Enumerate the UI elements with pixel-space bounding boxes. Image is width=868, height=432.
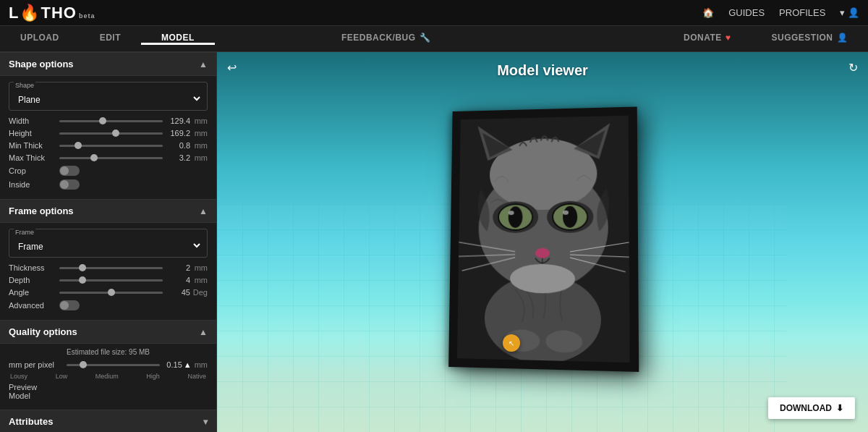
width-label: Width — [9, 117, 59, 125]
quality-level-labels: Lousy Low Medium High Native — [9, 373, 208, 380]
cat-image — [457, 115, 630, 362]
cat-svg — [457, 115, 630, 362]
heart-icon: ♥ — [726, 33, 731, 43]
frame-options-header[interactable]: Frame options ▲ — [0, 199, 216, 223]
download-button[interactable]: DOWNLOAD ⬇ — [768, 397, 855, 419]
frame-depth-slider[interactable] — [59, 279, 163, 281]
shape-options-content: Shape Plane Curved Round Keychain Width … — [0, 76, 216, 199]
frame-select-group: Frame Frame None Thin Thick — [9, 229, 208, 258]
tab-donate[interactable]: DONATE ♥ — [663, 33, 751, 45]
tab-feedback[interactable]: FEEDBACK/BUG 🔧 — [321, 33, 451, 45]
crop-row: Crop — [9, 166, 208, 176]
back-icon[interactable]: ↩ — [227, 61, 237, 75]
frame-angle-value: 45 — [163, 288, 190, 297]
quality-options-title: Quality options — [9, 326, 77, 337]
frame-depth-row: Depth 4 mm — [9, 276, 208, 284]
attributes-title: Attributes — [9, 416, 53, 427]
frame-thickness-slider[interactable] — [59, 267, 163, 269]
donate-label: DONATE — [684, 33, 722, 43]
frame-thickness-label: Thickness — [9, 263, 59, 272]
attributes-chevron: ▾ — [203, 417, 208, 427]
width-row: Width 129.4 mm — [9, 117, 208, 125]
logo-text-tho: THO — [41, 4, 76, 22]
quality-options-chevron: ▲ — [199, 327, 208, 337]
tab-bar: UPLOAD EDIT MODEL FEEDBACK/BUG 🔧 DONATE … — [0, 26, 868, 52]
shape-field-label: Shape — [14, 82, 35, 89]
advanced-row: Advanced — [9, 300, 208, 310]
feedback-label: FEEDBACK/BUG — [341, 33, 416, 43]
guides-label: GUIDES — [728, 7, 765, 18]
mpp-slider[interactable] — [67, 364, 160, 366]
attributes-header[interactable]: Attributes ▾ — [0, 410, 216, 432]
quality-options-header[interactable]: Quality options ▲ — [0, 320, 216, 344]
quality-high: High — [146, 373, 160, 380]
tab-model[interactable]: MODEL — [141, 33, 215, 45]
home-button[interactable]: 🏠 — [702, 7, 714, 18]
mpp-stepper-up[interactable]: ▲ — [184, 360, 192, 369]
frame-angle-label: Angle — [9, 288, 59, 297]
height-row: Height 169.2 mm — [9, 129, 208, 137]
app-logo: L 🔥 THO beta — [9, 4, 95, 22]
width-slider[interactable] — [59, 120, 163, 122]
frame-thickness-row: Thickness 2 mm — [9, 263, 208, 272]
advanced-label: Advanced — [9, 301, 59, 310]
profiles-button[interactable]: PROFILES — [779, 7, 825, 18]
height-slider[interactable] — [59, 132, 163, 135]
mpp-unit: mm — [195, 360, 208, 369]
frame-options-title: Frame options — [9, 206, 74, 216]
quality-options-content: Estimated file size: 95 MB mm per pixel … — [0, 344, 216, 410]
download-label: DOWNLOAD — [780, 403, 832, 413]
width-value: 129.4 — [163, 117, 190, 125]
main-layout: Shape options ▲ Shape Plane Curved Round… — [0, 52, 868, 432]
beta-badge: beta — [79, 12, 95, 20]
frame-depth-value: 4 — [163, 276, 190, 284]
shape-select[interactable]: Plane Curved Round Keychain — [14, 90, 203, 107]
tab-upload[interactable]: UPLOAD — [0, 33, 80, 45]
frame-angle-unit: Deg — [190, 288, 208, 297]
frame-options-content: Frame Frame None Thin Thick Thickness 2 … — [0, 223, 216, 320]
shape-options-chevron: ▲ — [199, 59, 208, 69]
shape-options-header[interactable]: Shape options ▲ — [0, 52, 216, 76]
preview-model-row: Preview Model — [9, 383, 208, 400]
frame-depth-unit: mm — [190, 276, 208, 284]
frame-field-label: Frame — [14, 229, 35, 236]
min-thick-slider[interactable] — [59, 145, 163, 147]
shape-options-title: Shape options — [9, 59, 74, 69]
cat-image-frame — [448, 106, 639, 372]
quality-lousy: Lousy — [10, 373, 27, 380]
max-thick-unit: mm — [190, 153, 208, 162]
inside-row: Inside — [9, 179, 208, 190]
shape-select-group: Shape Plane Curved Round Keychain — [9, 82, 208, 111]
quality-low: Low — [56, 373, 68, 380]
frame-angle-row: Angle 45 Deg — [9, 288, 208, 297]
preview-model-label: Preview Model — [9, 383, 59, 400]
suggestion-label: SUGGESTION — [771, 33, 833, 43]
min-thick-value: 0.8 — [163, 141, 190, 150]
frame-thickness-value: 2 — [163, 263, 190, 272]
refresh-button[interactable]: ↻ — [848, 61, 858, 75]
person-icon: 👤 — [837, 33, 848, 43]
height-label: Height — [9, 129, 59, 137]
wrench-icon: 🔧 — [420, 33, 431, 43]
tab-suggestion[interactable]: SUGGESTION 👤 — [751, 33, 868, 45]
user-menu-button[interactable]: ▾ 👤 — [840, 7, 859, 18]
frame-options-chevron: ▲ — [199, 206, 208, 216]
inside-label: Inside — [9, 180, 59, 189]
3d-viewer-panel[interactable]: ↩ Model viewer ↻ — [217, 52, 868, 432]
topnav-right-group: 🏠 GUIDES PROFILES ▾ 👤 — [702, 7, 859, 18]
crop-toggle[interactable] — [59, 166, 80, 176]
tab-edit[interactable]: EDIT — [80, 33, 141, 45]
guides-button[interactable]: GUIDES — [728, 7, 765, 18]
min-thick-row: Min Thick 0.8 mm — [9, 141, 208, 150]
viewer-title: Model viewer — [497, 62, 588, 79]
right-tabs: DONATE ♥ SUGGESTION 👤 — [663, 33, 868, 45]
profiles-label: PROFILES — [779, 7, 825, 18]
max-thick-slider[interactable] — [59, 157, 163, 159]
height-value: 169.2 — [163, 129, 190, 137]
min-thick-unit: mm — [190, 141, 208, 150]
advanced-toggle[interactable] — [59, 300, 80, 310]
frame-angle-slider[interactable] — [59, 292, 163, 294]
frame-select[interactable]: Frame None Thin Thick — [14, 237, 203, 254]
center-tabs: FEEDBACK/BUG 🔧 — [321, 33, 451, 45]
inside-toggle[interactable] — [59, 179, 80, 190]
